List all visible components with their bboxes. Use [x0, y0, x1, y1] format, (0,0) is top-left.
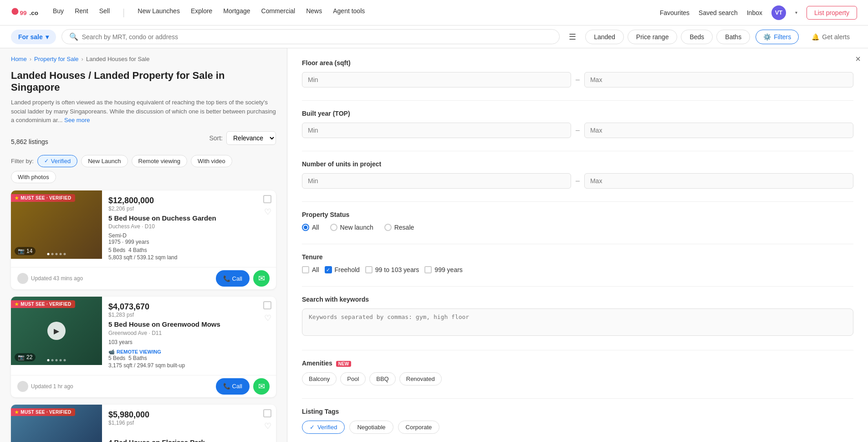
for-sale-chevron-icon: ▾	[46, 33, 49, 41]
heart-icon[interactable]: ♡	[264, 421, 271, 431]
card-content: ★ MUST SEE · VERIFIED ▶ 📷 22	[11, 297, 276, 375]
card-info: $12,800,000 $2,206 psf ♡ 5 Bed House on …	[102, 190, 276, 267]
tenure-99-years[interactable]: 99 to 103 years	[365, 266, 419, 273]
nav-explore[interactable]: Explore	[191, 7, 212, 18]
close-button[interactable]: ×	[855, 54, 861, 64]
listings-panel: Home › Property for Sale › Landed Houses…	[0, 48, 287, 442]
range-row: –	[302, 72, 853, 87]
nav-new-launches[interactable]: New Launches	[138, 7, 180, 18]
tenure-row: All ✓ Freehold 99 to 103 years 999 years	[302, 266, 853, 273]
card-checkbox[interactable]	[263, 195, 271, 203]
filter-tab-baths[interactable]: Baths	[716, 30, 750, 44]
see-more-link[interactable]: See more	[64, 117, 90, 123]
breadcrumb-property-sale[interactable]: Property for Sale	[34, 56, 79, 62]
play-button[interactable]: ▶	[47, 322, 66, 340]
tenure-99-checkbox	[365, 266, 373, 273]
amenity-renovated[interactable]: Renovated	[399, 372, 442, 385]
units-max[interactable]	[584, 173, 853, 189]
menu-icon[interactable]: ☰	[569, 32, 576, 42]
listings-count: 5,862 listings	[11, 138, 48, 145]
check-icon: ✓	[310, 424, 315, 431]
tag-corporate[interactable]: Corporate	[398, 421, 440, 434]
amenity-balcony[interactable]: Balcony	[302, 372, 337, 385]
card-title[interactable]: 5 Bed House on Duchess Garden	[108, 214, 270, 223]
built-year-max[interactable]	[584, 123, 853, 138]
floor-area-max[interactable]	[584, 72, 853, 87]
nav-news[interactable]: News	[306, 7, 322, 18]
listing-card: ★ MUST SEE · VERIFIED ▶ 📷 22	[11, 297, 276, 397]
sort-row: Sort: Relevance	[209, 131, 276, 145]
whatsapp-button[interactable]: ✉	[253, 270, 270, 287]
tenure-freehold-checkbox: ✓	[325, 266, 332, 273]
logo[interactable]: 99 .co	[11, 6, 38, 19]
nav-links: Buy Rent Sell | New Launches Explore Mor…	[53, 7, 660, 18]
floor-area-min[interactable]	[302, 72, 571, 87]
get-alerts-button[interactable]: 🔔 Get alerts	[804, 30, 857, 44]
card-title[interactable]: 4 Bed House on Florissa Park	[108, 438, 270, 442]
nav-buy[interactable]: Buy	[53, 7, 64, 18]
amenities-section: Amenities NEW Balcony Pool BBQ Renovated	[302, 360, 853, 385]
keywords-input[interactable]	[302, 308, 853, 336]
for-sale-label: For sale	[18, 33, 43, 41]
nav-commercial[interactable]: Commercial	[261, 7, 296, 18]
tenure-all[interactable]: All	[302, 266, 319, 273]
status-resale[interactable]: Resale	[384, 224, 414, 231]
filter-chip-with-photos[interactable]: With photos	[11, 171, 56, 183]
nav-saved-search[interactable]: Saved search	[699, 9, 738, 16]
filters-button[interactable]: ⚙️ Filters	[756, 30, 799, 44]
filter-tab-landed[interactable]: Landed	[585, 30, 624, 44]
heart-icon[interactable]: ♡	[264, 313, 271, 323]
status-new-launch[interactable]: New launch	[330, 224, 373, 231]
nav-rent[interactable]: Rent	[75, 7, 88, 18]
nav-agent-tools[interactable]: Agent tools	[333, 7, 365, 18]
card-image: ★ MUST SEE · VERIFIED ▶ 📷 22	[11, 297, 102, 365]
nav-inbox[interactable]: Inbox	[747, 9, 762, 16]
amenity-bbq[interactable]: BBQ	[369, 372, 395, 385]
dot	[51, 253, 54, 255]
tenure-999-years[interactable]: 999 years	[424, 266, 462, 273]
nav-favourites[interactable]: Favourites	[660, 9, 689, 16]
tag-negotiable[interactable]: Negotiable	[349, 421, 393, 434]
call-button[interactable]: 📞 Call	[216, 270, 250, 287]
filter-tab-price-range[interactable]: Price range	[628, 30, 678, 44]
navbar: 99 .co Buy Rent Sell | New Launches Expl…	[0, 0, 868, 26]
amenity-pool[interactable]: Pool	[340, 372, 366, 385]
breadcrumb-home[interactable]: Home	[11, 56, 27, 62]
filter-tab-beds[interactable]: Beds	[681, 30, 713, 44]
filter-lines-icon: ⚙️	[763, 33, 771, 41]
dot	[64, 359, 66, 361]
photo-count: 📷 22	[15, 353, 36, 361]
sort-select[interactable]: Relevance	[226, 131, 276, 145]
filter-chip-remote-viewing[interactable]: Remote viewing	[132, 155, 188, 167]
card-type: Semi-D	[108, 232, 270, 239]
heart-icon[interactable]: ♡	[264, 207, 271, 217]
for-sale-dropdown[interactable]: For sale ▾	[11, 30, 56, 44]
built-year-min[interactable]	[302, 123, 571, 138]
avatar-chevron-icon[interactable]: ▾	[795, 10, 797, 15]
card-checkbox[interactable]	[263, 301, 271, 309]
property-status-section: Property Status All New launch Resale	[302, 211, 853, 231]
camera-icon: 📷	[18, 248, 25, 254]
call-button[interactable]: 📞 Call	[216, 378, 250, 395]
built-year-section: Built year (TOP) –	[302, 110, 853, 138]
card-title[interactable]: 5 Bed House on Greenwood Mows	[108, 320, 270, 329]
filter-chip-verified[interactable]: ✓ Verified	[37, 155, 77, 167]
status-all[interactable]: All	[302, 224, 319, 231]
units-min[interactable]	[302, 173, 571, 189]
whatsapp-button[interactable]: ✉	[253, 378, 270, 395]
card-actions: 📞 Call ✉	[216, 270, 270, 287]
card-checkbox[interactable]	[263, 409, 271, 417]
card-year: 103 years	[108, 339, 270, 345]
filter-chip-with-video[interactable]: With video	[191, 155, 232, 167]
card-area: 5,803 sqft / 539.12 sqm land	[108, 254, 270, 261]
search-input[interactable]	[82, 33, 552, 41]
avatar[interactable]: VT	[771, 5, 786, 20]
tenure-freehold[interactable]: ✓ Freehold	[325, 266, 360, 273]
nav-right: Favourites Saved search Inbox VT ▾ List …	[660, 5, 857, 20]
tag-verified[interactable]: ✓ Verified	[302, 421, 345, 434]
filter-panel: × Floor area (sqft) – Built year (TOP) –…	[287, 48, 868, 442]
filter-chip-new-launch[interactable]: New Launch	[81, 155, 128, 167]
nav-sell[interactable]: Sell	[99, 7, 110, 18]
list-property-button[interactable]: List property	[807, 6, 857, 20]
nav-mortgage[interactable]: Mortgage	[223, 7, 250, 18]
